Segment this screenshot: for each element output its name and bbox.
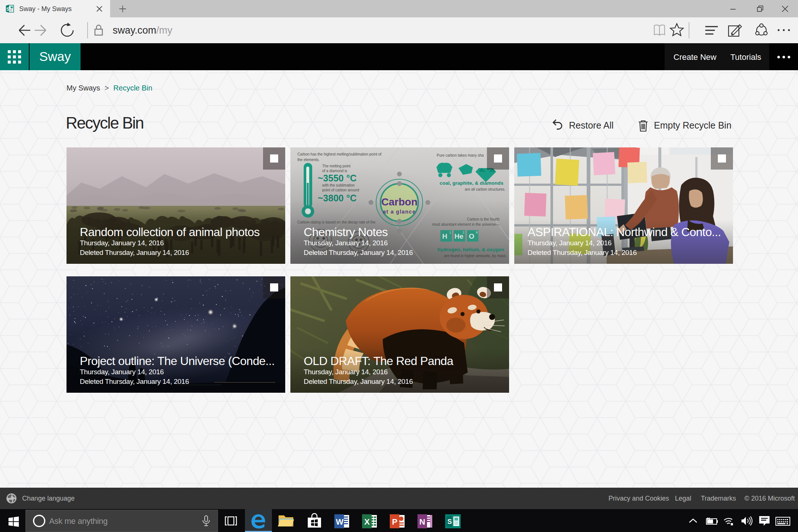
svg-text:P: P	[392, 517, 398, 526]
svg-text:X: X	[364, 517, 370, 526]
svg-text:S: S	[6, 7, 9, 12]
svg-text:W: W	[336, 517, 344, 526]
svg-text:N: N	[419, 517, 425, 526]
svg-text:S: S	[447, 518, 452, 525]
